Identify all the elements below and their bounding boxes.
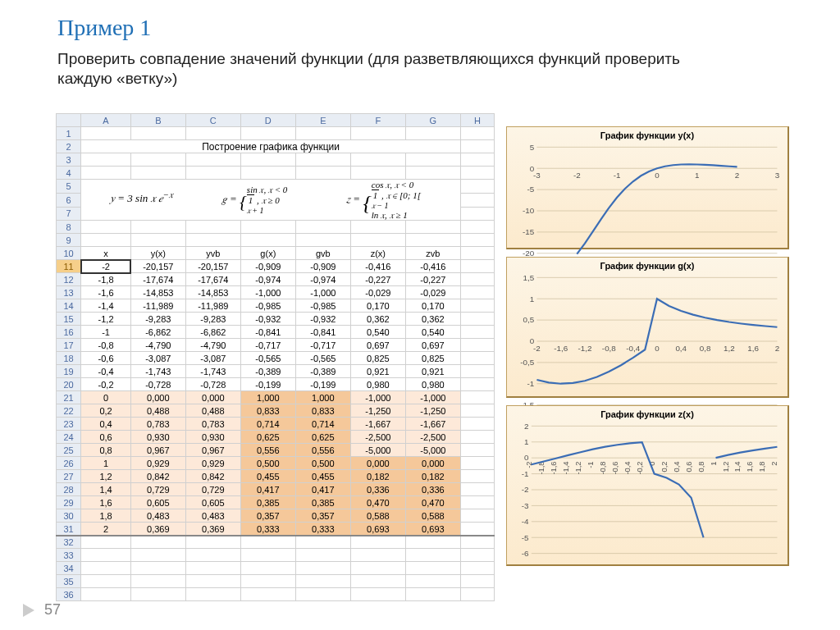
cell[interactable]: -17,674 xyxy=(130,273,185,286)
cell[interactable] xyxy=(460,470,494,483)
cell[interactable]: 29 xyxy=(57,496,81,509)
cell[interactable]: 25 xyxy=(57,444,81,457)
cell[interactable]: -0,029 xyxy=(405,286,460,299)
cell[interactable] xyxy=(460,575,494,588)
cell[interactable] xyxy=(460,378,494,391)
cell[interactable]: -2,500 xyxy=(350,431,405,444)
cell[interactable]: -0,728 xyxy=(130,378,185,391)
cell[interactable] xyxy=(405,153,460,167)
cell[interactable]: -0,985 xyxy=(295,299,350,313)
cell[interactable]: 31 xyxy=(57,523,81,536)
cell[interactable] xyxy=(295,167,350,180)
cell[interactable]: -3,087 xyxy=(130,352,185,365)
cell[interactable] xyxy=(460,153,494,167)
cell[interactable] xyxy=(81,562,131,575)
cell[interactable]: -0,565 xyxy=(295,352,350,365)
cell[interactable]: -0,974 xyxy=(240,273,295,286)
cell[interactable]: 0,693 xyxy=(405,523,460,536)
cell[interactable] xyxy=(185,167,240,180)
cell[interactable] xyxy=(295,221,350,234)
cell[interactable] xyxy=(240,153,295,167)
cell[interactable]: 0,980 xyxy=(350,378,405,391)
cell[interactable] xyxy=(295,127,350,140)
cell[interactable] xyxy=(81,536,131,549)
cell[interactable]: 23 xyxy=(57,418,81,431)
cell[interactable]: 0,605 xyxy=(185,496,240,509)
cell[interactable]: 0,842 xyxy=(130,470,185,483)
cell[interactable]: -1,743 xyxy=(185,365,240,378)
cell[interactable] xyxy=(295,549,350,562)
cell[interactable]: -14,853 xyxy=(185,286,240,299)
cell[interactable]: G xyxy=(405,114,460,127)
cell[interactable] xyxy=(240,234,295,247)
cell[interactable]: 0,697 xyxy=(405,339,460,352)
cell[interactable]: 0,783 xyxy=(185,418,240,431)
cell[interactable]: 0,170 xyxy=(405,299,460,313)
cell[interactable]: 0,500 xyxy=(240,457,295,470)
cell[interactable]: y(x) xyxy=(130,247,185,260)
cell[interactable] xyxy=(460,536,494,549)
cell[interactable]: 0,336 xyxy=(405,483,460,496)
cell[interactable] xyxy=(350,221,405,234)
cell[interactable]: -1,4 xyxy=(81,299,131,313)
cell[interactable] xyxy=(81,127,131,140)
cell[interactable] xyxy=(240,536,295,549)
cell[interactable]: 15 xyxy=(57,313,81,326)
cell[interactable]: 0,540 xyxy=(350,326,405,339)
cell[interactable]: -0,6 xyxy=(81,352,131,365)
cell[interactable]: -1,000 xyxy=(350,391,405,404)
cell[interactable]: 1,000 xyxy=(295,391,350,404)
cell[interactable]: 0,000 xyxy=(405,457,460,470)
cell[interactable] xyxy=(130,549,185,562)
cell[interactable] xyxy=(240,562,295,575)
cell[interactable] xyxy=(130,536,185,549)
cell[interactable] xyxy=(81,549,131,562)
cell[interactable]: -11,989 xyxy=(130,299,185,313)
cell[interactable] xyxy=(185,234,240,247)
cell[interactable] xyxy=(405,588,460,601)
cell[interactable]: -1,743 xyxy=(130,365,185,378)
cell[interactable] xyxy=(460,523,494,536)
cell[interactable]: -1,000 xyxy=(405,391,460,404)
cell[interactable]: 0,625 xyxy=(240,431,295,444)
cell[interactable]: 1,8 xyxy=(81,509,131,523)
cell[interactable]: 0,369 xyxy=(185,523,240,536)
cell[interactable]: -1,000 xyxy=(240,286,295,299)
cell[interactable]: -0,717 xyxy=(240,339,295,352)
cell[interactable]: yvb xyxy=(185,247,240,260)
cell[interactable]: 0,605 xyxy=(130,496,185,509)
cell[interactable]: 0,357 xyxy=(295,509,350,523)
cell[interactable]: 0,417 xyxy=(240,483,295,496)
cell[interactable]: 22 xyxy=(57,404,81,418)
cell[interactable]: 0,930 xyxy=(185,431,240,444)
cell[interactable] xyxy=(460,431,494,444)
cell[interactable] xyxy=(460,352,494,365)
cell[interactable]: 10 xyxy=(57,247,81,260)
cell[interactable] xyxy=(240,588,295,601)
cell[interactable] xyxy=(460,404,494,418)
cell[interactable]: -5,000 xyxy=(405,444,460,457)
cell[interactable] xyxy=(81,153,131,167)
cell[interactable] xyxy=(460,339,494,352)
cell[interactable] xyxy=(240,549,295,562)
cell[interactable]: 3 xyxy=(57,153,81,167)
cell[interactable]: 0,783 xyxy=(130,418,185,431)
cell[interactable]: -1,250 xyxy=(350,404,405,418)
cell[interactable] xyxy=(295,575,350,588)
cell[interactable] xyxy=(130,575,185,588)
cell[interactable] xyxy=(460,193,494,207)
cell[interactable]: -6,862 xyxy=(185,326,240,339)
cell[interactable]: 0,369 xyxy=(130,523,185,536)
cell[interactable] xyxy=(130,234,185,247)
cell[interactable] xyxy=(57,114,81,127)
cell[interactable]: -0,728 xyxy=(185,378,240,391)
cell[interactable]: -0,4 xyxy=(81,365,131,378)
cell[interactable] xyxy=(295,562,350,575)
cell[interactable]: 0,556 xyxy=(295,444,350,457)
cell[interactable]: -1,6 xyxy=(81,286,131,299)
cell[interactable]: -0,389 xyxy=(240,365,295,378)
cell[interactable]: 0,825 xyxy=(405,352,460,365)
cell[interactable]: 13 xyxy=(57,286,81,299)
cell[interactable]: 0,336 xyxy=(350,483,405,496)
cell[interactable] xyxy=(460,286,494,299)
